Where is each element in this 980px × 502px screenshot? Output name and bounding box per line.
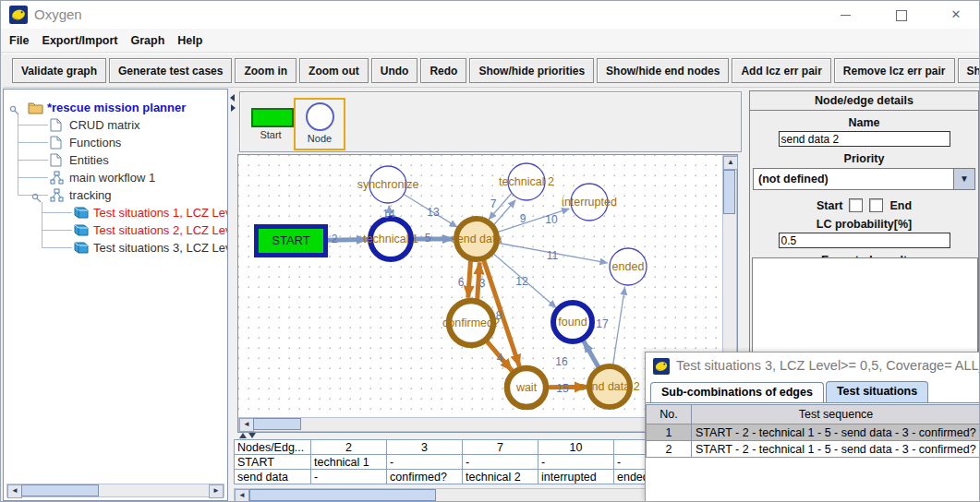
end-checkbox[interactable]: [869, 198, 883, 212]
test-sequence-row[interactable]: 1START - 2 - technical 1 - 5 - send data…: [647, 424, 980, 441]
column-header[interactable]: 2: [311, 440, 387, 455]
tab-sub-combinations-of-edges[interactable]: Sub-combinations of edges: [650, 382, 824, 402]
column-header[interactable]: 10: [538, 440, 614, 455]
tree-scrollbar-thumb[interactable]: [21, 484, 99, 496]
chevron-down-icon[interactable]: ▼: [953, 169, 974, 189]
maximize-button[interactable]: [885, 1, 918, 29]
name-field[interactable]: [779, 131, 950, 147]
tree-item-entities[interactable]: Entities: [4, 151, 227, 169]
graph-node-label: found: [558, 316, 587, 329]
menu-help[interactable]: Help: [177, 34, 202, 47]
tree-item-test-situations-3-lcz-leve[interactable]: Test situations 3, LCZ Leve: [4, 239, 227, 257]
graph-node-label: ended: [612, 260, 645, 273]
scroll-right-icon[interactable]: ►: [209, 484, 224, 498]
details-title: Node/edge details: [750, 91, 978, 111]
collapse-left-icon[interactable]: [230, 94, 235, 102]
menu-export-import[interactable]: Export/Import: [42, 34, 118, 47]
tree-item-test-situations-2-lcz-leve[interactable]: Test situations 2, LCZ Leve: [4, 221, 227, 239]
tree-item-tracking[interactable]: tracking: [4, 186, 227, 204]
column-header[interactable]: Test sequence: [692, 405, 980, 424]
graph-edge-17[interactable]: [612, 288, 624, 367]
tree-horizontal-scrollbar[interactable]: ◄ ►: [6, 484, 224, 497]
test-situations-tabs: Sub-combinations of edgesTest situations: [646, 380, 980, 403]
scroll-up-icon[interactable]: ▲: [723, 156, 738, 170]
priority-dropdown[interactable]: (not defined) ▼: [753, 168, 975, 190]
graph-node-label: START: [272, 233, 309, 247]
graph-edge-3[interactable]: [468, 259, 471, 298]
expand-right-icon[interactable]: [231, 104, 236, 112]
tree-item-label: Test situations 1, LCZ Leve: [93, 206, 228, 220]
toolbar-redo-button[interactable]: Redo: [420, 58, 466, 83]
tab-test-situations[interactable]: Test situations: [826, 381, 928, 402]
tree-item-test-situations-1-lcz-leve[interactable]: Test situations 1, LCZ Leve: [4, 204, 227, 221]
toolbar-show-lcz-button[interactable]: Show LCZ >=: [958, 58, 980, 83]
minimize-button[interactable]: [829, 1, 862, 29]
test-situations-window: Test situations 3, LCZ Level>= 0,5, Cove…: [645, 352, 980, 502]
start-checkbox[interactable]: [849, 198, 863, 212]
toolbar-undo-button[interactable]: Undo: [371, 58, 418, 83]
toolbar-generate-test-cases-button[interactable]: Generate test cases: [109, 58, 232, 83]
table-cell: 2: [647, 441, 692, 458]
end-checkbox-label: End: [889, 199, 912, 212]
test-sequence-row[interactable]: 2START - 2 - technical 1 - 5 - send data…: [647, 441, 980, 458]
toolbar-zoom-in-button[interactable]: Zoom in: [235, 58, 296, 83]
toolbar-validate-graph-button[interactable]: Validate graph: [12, 58, 106, 83]
toolbar-show-hide-end-nodes-button[interactable]: Show/hide end nodes: [597, 58, 729, 83]
scroll-left-icon[interactable]: ◄: [239, 418, 254, 432]
title-bar: Oxygen ✕: [1, 1, 979, 29]
menu-file[interactable]: File: [9, 34, 30, 47]
graph-edge-number: 9: [520, 212, 526, 225]
palette-node-label: Node: [296, 133, 344, 144]
scroll-left-icon[interactable]: ◄: [7, 484, 22, 498]
priority-label: Priority: [750, 152, 978, 165]
table-cell: technical 2: [463, 470, 538, 484]
table-header-row: No.Test sequence: [647, 405, 980, 424]
graph-edge-number: 17: [596, 317, 609, 330]
lc-probability-field[interactable]: [779, 233, 950, 248]
table-cell: interrupted: [538, 470, 614, 484]
table-row[interactable]: send data-confirmed?technical 2interrupt…: [235, 470, 687, 484]
toolbar-remove-lcz-err-pair-button[interactable]: Remove lcz err pair: [834, 58, 955, 83]
graph-node-label: send data: [452, 233, 502, 245]
graph-edge-10[interactable]: [496, 209, 569, 233]
graph-edge-16[interactable]: [584, 341, 599, 369]
close-button[interactable]: ✕: [939, 1, 973, 29]
graph-edge-number: 11: [547, 249, 559, 262]
table-cell: START: [235, 455, 311, 470]
toolbar-zoom-out-button[interactable]: Zoom out: [299, 58, 369, 83]
graph-edge-number: 2: [332, 233, 338, 245]
table-cell: -: [387, 455, 463, 470]
canvas-hscrollbar-thumb[interactable]: [253, 418, 301, 430]
column-header[interactable]: Nodes/Edg...: [235, 440, 311, 455]
column-header[interactable]: No.: [647, 405, 692, 424]
table-row[interactable]: STARTtechnical 1----: [235, 455, 687, 470]
splitter-down-icon[interactable]: [248, 433, 256, 438]
tree-item-rescue-mission-planner[interactable]: *rescue mission planner: [4, 99, 227, 116]
canvas-vscrollbar-thumb[interactable]: [723, 170, 735, 214]
graph-edge-number: 8: [496, 309, 502, 322]
column-header[interactable]: 3: [387, 440, 463, 455]
table-horizontal-scrollbar[interactable]: ◄: [234, 488, 647, 502]
tree-item-label: Test situations 3, LCZ Leve: [93, 241, 228, 255]
menu-bar: FileExport/ImportGraphHelp: [1, 29, 979, 53]
palette-node-item[interactable]: Node: [294, 98, 345, 150]
toolbar-show-hide-priorities-button[interactable]: Show/hide priorities: [469, 58, 594, 83]
app-icon: [653, 358, 670, 375]
column-header[interactable]: 7: [463, 440, 538, 455]
graph-edge-number: 14: [382, 208, 395, 221]
minimize-icon: [841, 15, 851, 16]
table-cell: -: [311, 470, 387, 484]
table-cell: -: [463, 455, 538, 470]
table-cell: START - 2 - technical 1 - 5 - send data …: [692, 441, 980, 458]
menu-graph[interactable]: Graph: [131, 34, 165, 47]
tree-item-label: tracking: [69, 188, 112, 202]
name-label: Name: [750, 116, 978, 129]
tree-item-main-workflow-1[interactable]: main workflow 1: [4, 169, 227, 186]
tree-item-crud-matrix[interactable]: CRUD matrix: [4, 116, 227, 134]
tree-item-label: main workflow 1: [69, 171, 155, 185]
tree-item-functions[interactable]: Functions: [4, 134, 227, 151]
splitter-up-icon[interactable]: [239, 433, 247, 438]
toolbar-add-lcz-err-pair-button[interactable]: Add lcz err pair: [732, 58, 830, 83]
table-scrollbar-thumb[interactable]: [249, 489, 436, 501]
scroll-left-icon[interactable]: ◄: [235, 489, 249, 502]
